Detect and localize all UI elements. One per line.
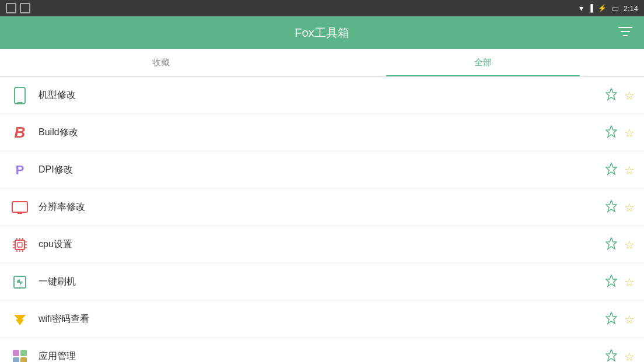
tab-all[interactable]: 全部 (322, 49, 644, 76)
resolution-star-button[interactable]: ☆ (624, 202, 635, 213)
list-item-dpi[interactable]: P DPI修改 ☆ (0, 152, 644, 189)
build-star-button[interactable]: ☆ (624, 127, 635, 139)
resolution-label: 分辨率修改 (38, 201, 606, 213)
status-bar-left (6, 3, 30, 13)
tab-favorites[interactable]: 收藏 (0, 49, 322, 76)
svg-rect-5 (12, 202, 27, 212)
apps-star-button[interactable]: ☆ (624, 351, 635, 363)
list-item-resolution[interactable]: 分辨率修改 ☆ (0, 189, 644, 226)
status-bar: ▾ ▐ ⚡ ▭ 2:14 (0, 0, 644, 16)
tabs-bar: 收藏 全部 (0, 49, 644, 77)
svg-rect-7 (15, 240, 24, 249)
dpi-label: DPI修改 (38, 164, 606, 176)
model-pin-button[interactable] (606, 88, 617, 103)
flash-label: 一键刷机 (38, 276, 606, 288)
list-item-cpu[interactable]: cpu设置 ☆ (0, 226, 644, 263)
svg-marker-23 (14, 315, 26, 322)
svg-rect-8 (18, 242, 22, 247)
signal-bars-icon: ▐ (588, 4, 593, 12)
model-star-button[interactable]: ☆ (624, 90, 635, 101)
window-square-1 (6, 3, 16, 13)
svg-rect-2 (623, 35, 628, 36)
cpu-pin-button[interactable] (606, 237, 617, 252)
flash-pin-button[interactable] (606, 275, 617, 289)
cpu-star-button[interactable]: ☆ (624, 239, 635, 251)
svg-rect-6 (18, 212, 22, 214)
resolution-actions: ☆ (606, 200, 635, 215)
resolution-pin-button[interactable] (606, 200, 617, 215)
apps-label: 应用管理 (38, 350, 606, 362)
battery-charging-icon: ⚡ (598, 4, 607, 12)
build-label: Build修改 (38, 126, 606, 139)
flash-icon (9, 272, 30, 293)
status-bar-right: ▾ ▐ ⚡ ▭ 2:14 (579, 3, 638, 13)
svg-rect-4 (17, 102, 23, 103)
svg-rect-24 (13, 350, 19, 356)
app-bar: Fox工具箱 (0, 16, 644, 49)
apps-actions: ☆ (606, 349, 635, 362)
svg-rect-3 (15, 87, 25, 104)
status-time: 2:14 (624, 4, 638, 13)
filter-icon[interactable] (618, 26, 632, 40)
flash-star-button[interactable]: ☆ (624, 276, 635, 288)
svg-rect-1 (621, 31, 630, 32)
svg-rect-25 (20, 350, 27, 356)
wifi-password-label: wifi密码查看 (38, 313, 606, 325)
wifi-password-star-button[interactable]: ☆ (624, 314, 635, 325)
cpu-icon (9, 234, 30, 255)
list-item-wifi-password[interactable]: wifi密码查看 ☆ (0, 301, 644, 338)
wifi-password-icon (9, 309, 30, 330)
window-square-2 (20, 3, 30, 13)
battery-icon: ▭ (611, 3, 619, 13)
list-item-apps[interactable]: 应用管理 ☆ (0, 338, 644, 362)
model-actions: ☆ (606, 88, 635, 103)
flash-actions: ☆ (606, 275, 635, 289)
dpi-star-button[interactable]: ☆ (624, 164, 635, 176)
build-actions: ☆ (606, 125, 635, 140)
svg-rect-27 (20, 357, 27, 363)
model-icon (9, 85, 30, 106)
model-label: 机型修改 (38, 89, 606, 101)
svg-rect-26 (13, 357, 19, 363)
wifi-password-pin-button[interactable] (606, 312, 617, 326)
tool-list: 机型修改 ☆ B Build修改 ☆ P DPI修改 (0, 77, 644, 362)
resolution-icon (9, 197, 30, 218)
svg-rect-0 (618, 27, 632, 28)
cpu-label: cpu设置 (38, 238, 606, 251)
dpi-actions: ☆ (606, 163, 635, 177)
apps-pin-button[interactable] (606, 349, 617, 362)
dpi-pin-button[interactable] (606, 163, 617, 177)
wifi-signal-icon: ▾ (579, 3, 583, 13)
cpu-actions: ☆ (606, 237, 635, 252)
wifi-password-actions: ☆ (606, 312, 635, 326)
dpi-icon: P (9, 160, 30, 181)
list-item-model[interactable]: 机型修改 ☆ (0, 77, 644, 114)
app-title: Fox工具箱 (295, 25, 349, 41)
build-pin-button[interactable] (606, 125, 617, 140)
apps-icon (9, 346, 30, 363)
build-icon: B (9, 122, 30, 143)
list-item-flash[interactable]: 一键刷机 ☆ (0, 263, 644, 301)
list-item-build[interactable]: B Build修改 ☆ (0, 114, 644, 152)
